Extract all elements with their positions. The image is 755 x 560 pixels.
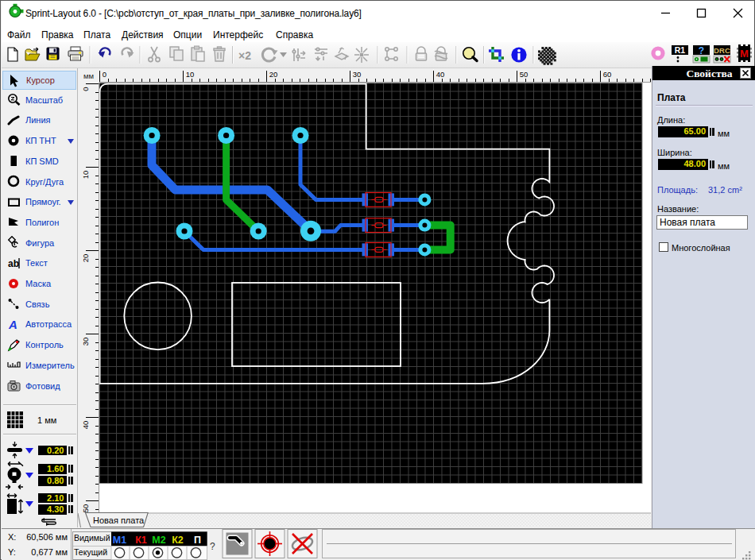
svg-text:К1: К1 xyxy=(135,535,147,546)
svg-text:0: 0 xyxy=(81,87,90,91)
svg-text:A: A xyxy=(8,318,17,331)
svg-text:20: 20 xyxy=(81,254,90,263)
svg-text:50: 50 xyxy=(520,70,528,79)
svg-text:0: 0 xyxy=(103,70,106,79)
svg-text:Видимый: Видимый xyxy=(74,533,110,543)
svg-text:М1: М1 xyxy=(113,535,126,546)
svg-text:R1: R1 xyxy=(675,45,686,55)
svg-text:60: 60 xyxy=(603,70,612,79)
svg-text:M: M xyxy=(740,48,749,60)
svg-text:?: ? xyxy=(699,45,704,56)
svg-text:50: 50 xyxy=(81,504,90,512)
svg-text:Новая плата: Новая плата xyxy=(93,516,145,525)
svg-text:М2: М2 xyxy=(152,535,165,546)
svg-text:10: 10 xyxy=(81,171,90,180)
svg-text:?: ? xyxy=(210,541,215,552)
svg-text:ab: ab xyxy=(8,258,19,269)
svg-text:К2: К2 xyxy=(172,535,184,546)
svg-text:40: 40 xyxy=(81,421,90,430)
svg-text:DRC: DRC xyxy=(714,46,730,55)
svg-text:30: 30 xyxy=(353,70,362,79)
svg-text:30: 30 xyxy=(81,338,90,346)
svg-text:Текущий: Текущий xyxy=(74,547,107,557)
svg-text:40: 40 xyxy=(436,70,445,79)
svg-text:10: 10 xyxy=(186,70,195,79)
svg-text:П: П xyxy=(194,535,201,546)
svg-text:20: 20 xyxy=(269,70,278,79)
svg-text:×2: ×2 xyxy=(238,49,251,62)
